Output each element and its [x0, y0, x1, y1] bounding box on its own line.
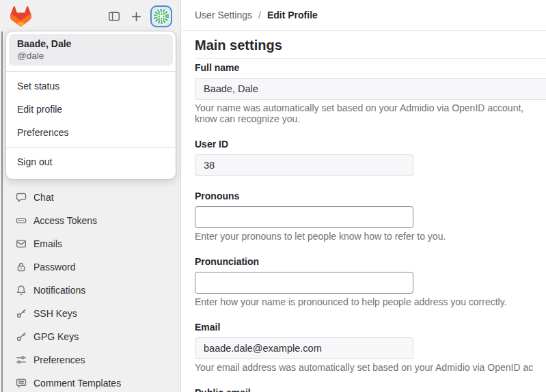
- user-menu-name: Baade, Dale: [17, 38, 165, 50]
- gitlab-app: Applications Chat Access Tokens Emails: [0, 0, 546, 392]
- pronunciation-group: Pronunciation Enter how your name is pro…: [195, 255, 546, 307]
- comment-lines-icon: [16, 378, 27, 389]
- help-text-line: know can recognize you.: [195, 113, 546, 124]
- key-icon: [16, 331, 27, 342]
- sidebar-item-access-tokens[interactable]: Access Tokens: [0, 209, 180, 232]
- pronouns-label: Pronouns: [195, 190, 546, 202]
- pronunciation-input[interactable]: [195, 272, 413, 294]
- menu-item-preferences[interactable]: Preferences: [6, 121, 176, 144]
- breadcrumb-current: Edit Profile: [267, 10, 318, 20]
- key-icon: [16, 308, 27, 319]
- token-icon: [16, 215, 27, 226]
- profile-form: Full name Your name was automatically se…: [195, 61, 546, 392]
- sidebar-item-preferences[interactable]: Preferences: [0, 348, 180, 372]
- full-name-label: Full name: [195, 61, 546, 74]
- gitlab-tanuki-icon: [10, 6, 31, 27]
- pronunciation-help: Enter how your name is pronounced to hel…: [195, 296, 546, 307]
- sidebar-panel-icon: [108, 10, 120, 23]
- sidebar-item-label: GPG Keys: [33, 331, 79, 342]
- user-menu-dropdown: Baade, Dale @dale Set status Edit profil…: [5, 31, 176, 180]
- settings-form-area: Main settings Full name Your name was au…: [180, 31, 546, 392]
- user-id-label: User ID: [195, 138, 546, 150]
- sidebar-item-label: Notifications: [33, 285, 85, 296]
- settings-nav: Applications Chat Access Tokens Emails: [0, 163, 180, 392]
- pronouns-help: Enter your pronouns to let people know h…: [195, 231, 546, 242]
- pronunciation-label: Pronunciation: [195, 255, 546, 268]
- sidebar-item-label: SSH Keys: [33, 308, 77, 319]
- user-id-input[interactable]: [195, 154, 413, 176]
- help-text-line: Enter how your name is pronounced to hel…: [195, 296, 546, 307]
- sidebar-item-label: Preferences: [33, 354, 85, 365]
- email-help: Your email address was automatically set…: [195, 362, 546, 373]
- email-input[interactable]: [195, 337, 413, 359]
- lock-icon: [16, 262, 27, 272]
- email-label: Email: [195, 321, 546, 333]
- user-id-group: User ID: [195, 138, 546, 176]
- breadcrumb-separator: /: [258, 10, 261, 20]
- sidebar-item-emails[interactable]: Emails: [0, 232, 180, 255]
- user-menu-footer: Sign out: [6, 148, 176, 176]
- plus-icon: [131, 11, 142, 23]
- pronouns-input[interactable]: [195, 206, 413, 228]
- full-name-help: Your name was automatically set based on…: [195, 102, 546, 124]
- breadcrumb: User Settings / Edit Profile: [180, 0, 546, 31]
- sliders-icon: [16, 354, 27, 365]
- full-name-input[interactable]: [195, 78, 546, 100]
- public-email-label: Public email: [195, 387, 546, 392]
- user-avatar-button[interactable]: [150, 5, 172, 27]
- sidebar-item-label: Emails: [33, 238, 62, 249]
- pronouns-group: Pronouns Enter your pronouns to let peop…: [195, 190, 546, 242]
- breadcrumb-user-settings-link[interactable]: User Settings: [195, 10, 252, 20]
- sidebar-topbar: [0, 0, 180, 33]
- sidebar-item-gpg-keys[interactable]: GPG Keys: [0, 325, 180, 348]
- help-text-line: Your name was automatically set based on…: [195, 102, 546, 113]
- sidebar-item-chat[interactable]: Chat: [0, 186, 180, 209]
- menu-item-sign-out[interactable]: Sign out: [6, 150, 176, 173]
- sidebar-toggle-button[interactable]: [105, 8, 123, 25]
- sidebar-item-label: Password: [33, 262, 75, 272]
- bell-icon: [16, 285, 27, 296]
- menu-item-set-status[interactable]: Set status: [6, 74, 176, 98]
- sidebar-scrollbar[interactable]: [1, 31, 3, 392]
- user-menu-username: @dale: [17, 50, 165, 61]
- mail-icon: [16, 238, 27, 249]
- sidebar-item-comment-templates[interactable]: Comment Templates: [0, 372, 180, 392]
- sidebar-item-label: Comment Templates: [33, 378, 121, 389]
- sidebar-item-label: Chat: [33, 192, 54, 203]
- main-content: User Settings / Edit Profile Main settin…: [180, 0, 546, 392]
- menu-item-edit-profile[interactable]: Edit profile: [6, 98, 176, 121]
- page-title: Main settings: [195, 31, 546, 59]
- help-text-line: Your email address was automatically set…: [195, 362, 546, 373]
- sidebar-item-notifications[interactable]: Notifications: [0, 279, 180, 302]
- create-new-button[interactable]: [127, 8, 145, 25]
- sidebar-item-password[interactable]: Password: [0, 255, 180, 279]
- user-avatar-identicon: [153, 8, 169, 25]
- user-menu-profile-link[interactable]: Baade, Dale @dale: [9, 34, 173, 66]
- full-name-group: Full name Your name was automatically se…: [195, 61, 546, 124]
- public-email-group: Public email: [195, 387, 546, 392]
- help-text-line: Enter your pronouns to let people know h…: [195, 231, 546, 242]
- sidebar-item-label: Access Tokens: [33, 215, 97, 226]
- sidebar-item-ssh-keys[interactable]: SSH Keys: [0, 302, 180, 325]
- user-menu-items: Set status Edit profile Preferences: [6, 72, 176, 147]
- email-group: Email Your email address was automatical…: [195, 321, 546, 373]
- gitlab-logo[interactable]: [10, 6, 31, 27]
- chat-icon: [16, 192, 27, 203]
